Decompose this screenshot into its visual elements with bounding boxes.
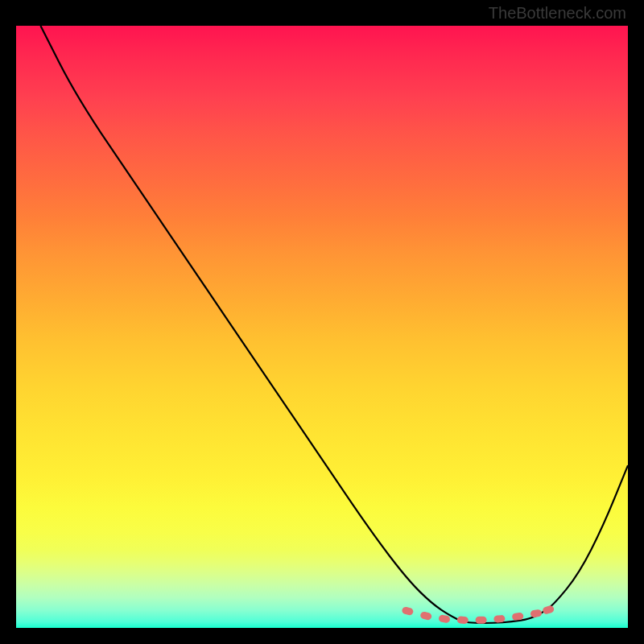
svg-rect-8: [542, 605, 555, 615]
watermark-text: TheBottleneck.com: [489, 4, 626, 23]
chart-dots: [401, 605, 555, 624]
svg-rect-0: [401, 606, 414, 616]
svg-rect-5: [493, 615, 506, 623]
svg-rect-7: [530, 609, 542, 617]
svg-rect-3: [457, 616, 469, 624]
chart-svg: [16, 26, 628, 628]
svg-rect-2: [438, 614, 450, 623]
svg-rect-1: [419, 611, 432, 621]
chart-curve: [40, 26, 628, 623]
svg-rect-4: [476, 617, 487, 624]
